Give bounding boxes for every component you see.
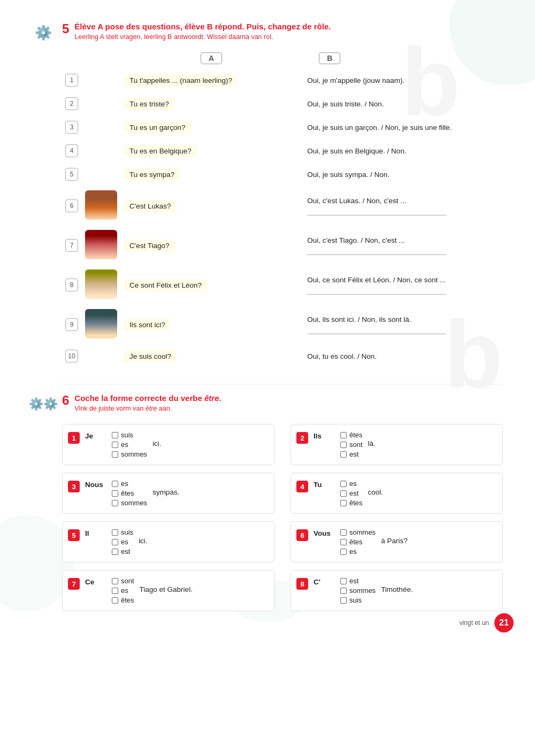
exercise6-icon: ⚙️⚙️: [32, 393, 55, 415]
item-content: CesontesêtesTiago et Gabriel.: [85, 577, 266, 604]
list-item: 2Ilsêtessontestlà.: [291, 424, 503, 465]
option-item: êtes: [340, 538, 376, 546]
photo-cell: [82, 186, 120, 226]
checkbox[interactable]: [112, 597, 118, 604]
checkbox[interactable]: [340, 481, 347, 487]
checkbox[interactable]: [112, 578, 118, 584]
col-b-cell: Oui, je suis triste. / Non.: [303, 92, 533, 115]
question-text: Ce sont Félix et Léon?: [124, 279, 207, 291]
checkbox[interactable]: [112, 490, 118, 497]
option-item: es: [340, 480, 363, 488]
question-text: Ils sont ici?: [124, 319, 171, 331]
option-label: êtes: [121, 596, 134, 604]
option-label: êtes: [121, 489, 134, 497]
answer-text: Oui, c'est Lukas. / Non, c'est ...: [307, 197, 406, 205]
checkbox[interactable]: [340, 529, 347, 536]
row-num: 6: [65, 199, 78, 212]
checkbox[interactable]: [112, 529, 118, 536]
write-line[interactable]: [307, 327, 446, 334]
item-number-badge: 6: [296, 529, 308, 541]
exercise5-icon: ⚙️: [32, 21, 55, 44]
checkbox[interactable]: [112, 481, 118, 487]
item-number-badge: 8: [296, 578, 308, 590]
item-content: Jesuisessommesici.: [85, 431, 266, 458]
table-row: 4Tu es en Belgique?Oui, je suis en Belgi…: [62, 139, 533, 163]
section-divider: [62, 384, 503, 384]
option-item: sommes: [340, 528, 376, 536]
table-row: 10Je suis cool?Oui, tu es cool. / Non.: [62, 344, 533, 368]
item-content: Tuesestêtescool.: [314, 480, 495, 507]
option-item: es: [112, 538, 133, 546]
option-label: sommes: [349, 587, 376, 595]
item-options: êtessontest: [340, 431, 363, 458]
exercise5-header: ⚙️ 5 Élève A pose des questions, élève B…: [32, 21, 503, 44]
row-num: 7: [65, 239, 78, 252]
item-options: esestêtes: [340, 480, 363, 507]
option-label: es: [349, 480, 357, 488]
row-number-cell: 3: [62, 115, 82, 139]
page-footer: vingt et un 21: [460, 613, 514, 632]
option-label: es: [121, 480, 128, 488]
option-item: est: [112, 547, 133, 556]
option-item: es: [112, 587, 134, 595]
table-row: 5Tu es sympa?Oui, je suis sympa. / Non.: [62, 163, 533, 186]
checkbox[interactable]: [340, 549, 347, 555]
write-line[interactable]: [307, 287, 446, 295]
option-item: êtes: [112, 489, 147, 497]
checkbox[interactable]: [340, 500, 347, 506]
exercise5-subtitle: Leerling A stelt vragen, leerling B antw…: [74, 33, 331, 41]
checkbox[interactable]: [112, 549, 118, 555]
item-content: Nousesêtessommessympas.: [85, 480, 266, 507]
photo-cell: [82, 68, 120, 92]
checkbox[interactable]: [340, 578, 347, 584]
answer-text: Oui, je suis un garçon. / Non, je suis u…: [307, 124, 452, 132]
list-item: 3Nousesêtessommessympas.: [62, 473, 274, 514]
checkbox[interactable]: [340, 588, 347, 594]
col-b-cell: Oui, je suis en Belgique. / Non.: [303, 139, 533, 163]
checkbox[interactable]: [340, 490, 347, 497]
option-item: suis: [112, 431, 147, 439]
option-item: es: [112, 441, 147, 449]
answer-text: Oui, ce sont Félix et Léon. / Non, ce so…: [307, 276, 446, 284]
row-number-cell: 8: [62, 265, 82, 305]
checkbox[interactable]: [340, 539, 347, 545]
col-a-cell: Ce sont Félix et Léon?: [120, 265, 303, 305]
item-end-text: Timothée.: [381, 577, 413, 593]
col-a-cell: Tu es en Belgique?: [120, 139, 303, 163]
item-end-text: cool.: [368, 480, 384, 496]
option-label: es: [121, 587, 128, 595]
write-line[interactable]: [307, 208, 446, 215]
checkbox[interactable]: [340, 442, 347, 448]
checkbox[interactable]: [340, 597, 347, 604]
checkbox[interactable]: [112, 588, 118, 594]
item-content: C'estsommessuisTimothée.: [314, 577, 495, 604]
row-num: 2: [65, 97, 78, 110]
item-end-text: à Paris?: [381, 528, 408, 545]
col-a-cell: C'est Tiago?: [120, 226, 303, 265]
table-row: 6C'est Lukas?Oui, c'est Lukas. / Non, c'…: [62, 186, 533, 226]
write-line[interactable]: [307, 248, 446, 255]
table-row: 8Ce sont Félix et Léon?Oui, ce sont Féli…: [62, 265, 533, 305]
option-item: sommes: [112, 499, 147, 507]
option-label: êtes: [349, 499, 363, 507]
row-num: 1: [65, 74, 78, 87]
checkbox[interactable]: [112, 539, 118, 545]
row-num: 4: [65, 144, 78, 157]
table-row: 9Ils sont ici?Oui, ils sont ici. / Non, …: [62, 305, 533, 344]
list-item: 7CesontesêtesTiago et Gabriel.: [62, 570, 274, 611]
col-a-cell: C'est Lukas?: [120, 186, 303, 226]
item-subject: Il: [85, 528, 106, 537]
col-a-cell: Je suis cool?: [120, 344, 303, 368]
list-item: 1Jesuisessommesici.: [62, 424, 274, 465]
checkbox[interactable]: [112, 451, 118, 458]
checkbox[interactable]: [112, 442, 118, 448]
exercise6-subtitle: Vink de juiste vorm van être aan.: [74, 405, 221, 412]
option-label: êtes: [349, 538, 363, 546]
list-item: 8C'estsommessuisTimothée.: [291, 570, 503, 611]
option-label: sont: [349, 441, 363, 449]
checkbox[interactable]: [340, 451, 347, 458]
checkbox[interactable]: [112, 432, 118, 438]
checkbox[interactable]: [112, 500, 118, 506]
checkbox[interactable]: [340, 432, 347, 438]
row-number-cell: 7: [62, 226, 82, 265]
